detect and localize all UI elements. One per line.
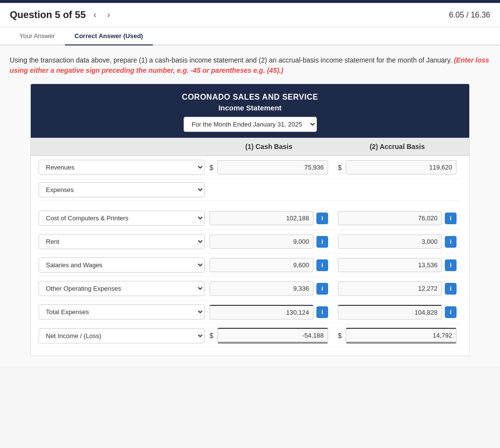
header-cash-basis: (1) Cash Basis [205, 143, 333, 150]
score-display: 6.05 / 16.36 [449, 11, 490, 20]
instructions: Using the transaction data above, prepar… [10, 55, 490, 76]
net-income-row: Net Income / (Loss) $ $ [39, 324, 461, 348]
total-expenses-accrual-input[interactable] [338, 305, 442, 320]
header-label-col [39, 143, 205, 150]
tab-your-answer[interactable]: Your Answer [10, 27, 65, 45]
next-button[interactable]: › [104, 9, 113, 21]
salaries-accrual-cell: i [333, 258, 461, 272]
tabs-bar: Your Answer Correct Answer (Used) [0, 27, 500, 45]
cost-computers-cash-info[interactable]: i [316, 213, 328, 224]
other-operating-select[interactable]: Other Operating Expenses [39, 281, 205, 296]
expenses-label-cell[interactable]: Expenses [39, 182, 205, 197]
revenues-cash-cell: $ [205, 160, 333, 174]
total-expenses-cash-info[interactable]: i [316, 306, 328, 318]
rent-accrual-input[interactable] [338, 235, 442, 249]
header: Question 5 of 55 ‹ › 6.05 / 16.36 [0, 3, 500, 27]
statement-title: Income Statement [41, 104, 459, 112]
other-operating-accrual-cell: i [333, 281, 461, 296]
cost-computers-cash-cell: i [205, 211, 333, 225]
total-expenses-cash-input[interactable] [209, 305, 313, 320]
period-dropdown[interactable]: For the Month Ended January 31, 2025 [184, 117, 317, 132]
other-operating-cash-cell: i [205, 281, 333, 296]
rent-row: Rent i i [39, 230, 461, 254]
salaries-cash-input[interactable] [209, 258, 313, 272]
net-income-label-cell[interactable]: Net Income / (Loss) [39, 328, 205, 343]
net-income-accrual-input[interactable] [346, 328, 457, 343]
question-title: Question 5 of 55 [10, 9, 86, 21]
revenues-select[interactable]: Revenues [39, 160, 205, 175]
total-expenses-select[interactable]: Total Expenses [39, 304, 205, 320]
net-income-cash-cell: $ [205, 328, 333, 343]
rent-select[interactable]: Rent [39, 234, 205, 249]
company-name: CORONADO SALES AND SERVICE [41, 93, 459, 102]
net-income-cash-dollar: $ [209, 332, 213, 340]
rent-cash-cell: i [205, 235, 333, 249]
table-body: Revenues $ $ Expenses [31, 156, 469, 356]
rent-cash-info[interactable]: i [316, 236, 328, 248]
revenues-accrual-input[interactable] [346, 160, 457, 174]
salaries-row: Salaries and Wages i i [39, 254, 461, 277]
net-income-select[interactable]: Net Income / (Loss) [39, 328, 205, 343]
rent-label-cell[interactable]: Rent [39, 234, 205, 249]
total-expenses-cash-cell: i [205, 305, 333, 320]
other-operating-accrual-input[interactable] [338, 281, 442, 296]
period-selector[interactable]: For the Month Ended January 31, 2025 [41, 117, 459, 132]
salaries-select[interactable]: Salaries and Wages [39, 257, 205, 273]
other-operating-label-cell[interactable]: Other Operating Expenses [39, 281, 205, 296]
table-header: (1) Cash Basis (2) Accrual Basis [31, 138, 469, 156]
other-operating-cash-info[interactable]: i [316, 283, 328, 295]
header-accrual-basis: (2) Accrual Basis [333, 143, 461, 150]
salaries-cash-cell: i [205, 258, 333, 272]
salaries-label-cell[interactable]: Salaries and Wages [39, 257, 205, 273]
other-operating-row: Other Operating Expenses i i [39, 277, 461, 300]
instructions-main: Using the transaction data above, prepar… [10, 56, 452, 64]
rent-cash-input[interactable] [209, 235, 313, 249]
tab-correct-answer[interactable]: Correct Answer (Used) [65, 27, 153, 45]
other-operating-accrual-info[interactable]: i [445, 283, 457, 295]
expenses-select[interactable]: Expenses [39, 182, 205, 197]
company-name-bold: SALES AND SERVICE [233, 93, 318, 101]
bottom-spacer [39, 348, 461, 356]
expenses-header-row: Expenses [39, 179, 461, 201]
salaries-accrual-info[interactable]: i [445, 259, 457, 271]
cost-computers-select[interactable]: Cost of Computers & Printers [39, 211, 205, 226]
cost-computers-accrual-cell: i [333, 211, 461, 225]
salaries-cash-info[interactable]: i [316, 259, 328, 271]
net-income-accrual-cell: $ [333, 328, 461, 343]
revenues-cash-input[interactable] [217, 160, 328, 174]
revenues-accrual-dollar: $ [338, 164, 342, 171]
cost-computers-row: Cost of Computers & Printers i i [39, 207, 461, 230]
cost-computers-accrual-info[interactable]: i [445, 213, 457, 224]
other-operating-cash-input[interactable] [209, 281, 313, 296]
cost-computers-label-cell[interactable]: Cost of Computers & Printers [39, 211, 205, 226]
total-expenses-accrual-info[interactable]: i [445, 306, 457, 318]
spacer-1 [39, 201, 461, 207]
salaries-accrual-input[interactable] [338, 258, 442, 272]
total-expenses-accrual-cell: i [333, 305, 461, 320]
question-nav: Question 5 of 55 ‹ › [10, 9, 113, 21]
main-content: Using the transaction data above, prepar… [0, 45, 500, 366]
rent-accrual-info[interactable]: i [445, 236, 457, 248]
total-expenses-label-cell[interactable]: Total Expenses [39, 304, 205, 320]
total-expenses-row: Total Expenses i i [39, 300, 461, 324]
company-name-part1: CORONADO [182, 93, 230, 101]
revenues-accrual-cell: $ [333, 160, 461, 174]
net-income-accrual-dollar: $ [338, 332, 342, 340]
revenues-cash-dollar: $ [209, 164, 213, 171]
rent-accrual-cell: i [333, 235, 461, 249]
prev-button[interactable]: ‹ [91, 9, 100, 21]
revenues-label-cell[interactable]: Revenues [39, 160, 205, 175]
card-header: CORONADO SALES AND SERVICE Income Statem… [31, 84, 469, 138]
income-statement-card: CORONADO SALES AND SERVICE Income Statem… [30, 84, 470, 356]
net-income-cash-input[interactable] [217, 328, 328, 343]
revenues-row: Revenues $ $ [39, 156, 461, 179]
cost-computers-accrual-input[interactable] [338, 211, 442, 225]
cost-computers-cash-input[interactable] [209, 211, 313, 225]
